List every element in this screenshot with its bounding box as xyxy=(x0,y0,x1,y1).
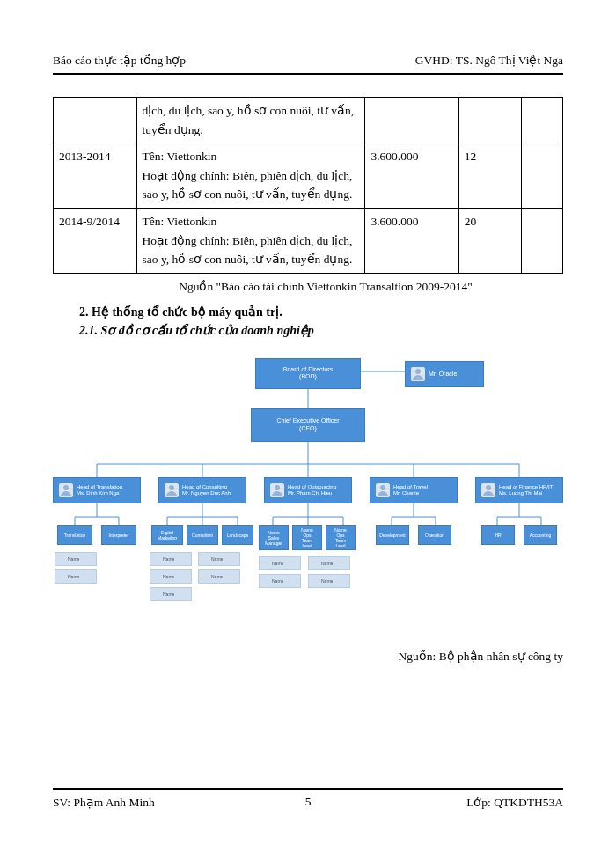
org-box-sub: Development xyxy=(376,525,409,545)
avatar-icon xyxy=(261,559,270,568)
avatar-icon xyxy=(152,590,161,599)
org-box-sub: Consultant xyxy=(187,525,218,545)
person-name: Name xyxy=(272,561,283,566)
person-group: Name Name xyxy=(259,556,301,588)
org-label: Mr. Oracle xyxy=(429,371,478,378)
org-box-head: Head of Consulting Mr. Nguyen Duc Anh xyxy=(158,477,246,503)
org-box-bod: Board of Directors (BOD) xyxy=(255,358,361,389)
cell xyxy=(521,208,562,273)
avatar-icon xyxy=(481,483,495,497)
person-name: Name xyxy=(163,556,174,562)
avatar-icon xyxy=(57,555,66,563)
cell: Tên: Viettonkin Hoạt động chính: Biên, p… xyxy=(136,208,365,273)
person-name: Name xyxy=(211,574,223,579)
cell xyxy=(521,98,562,143)
cell xyxy=(521,143,562,209)
org-box-sub: Interpreter xyxy=(101,525,136,545)
person-group: Name Name xyxy=(308,556,350,588)
org-box-sub: Landscape xyxy=(222,525,253,545)
cell: 12 xyxy=(458,143,521,209)
org-box-head: Head of Translation Ms. Dinh Kim Nga xyxy=(53,477,141,503)
org-box-sub: Name Sales Manager xyxy=(259,525,289,550)
header-left: Báo cáo thực tập tổng hợp xyxy=(53,53,186,68)
org-chart-source: Nguồn: Bộ phận nhân sự công ty xyxy=(53,649,563,664)
person-name: Name xyxy=(272,578,283,584)
person-name: Name xyxy=(321,578,333,584)
cell: 3.600.000 xyxy=(365,208,458,273)
org-box-sub: Digital Marketing xyxy=(151,525,183,545)
org-box-sub: Name Ops Team Lead xyxy=(326,525,356,550)
org-box-head: Head of Finance HR/IT Ms. Luong Thi Mai xyxy=(475,477,563,503)
avatar-icon xyxy=(311,577,319,585)
person-card: Name xyxy=(198,569,240,584)
org-box-sub: Operation xyxy=(418,525,451,545)
org-label: Head of Travel Mr. Charlie xyxy=(393,484,451,496)
cell: 2013-2014 xyxy=(54,143,137,209)
heading-level-2: 2. Hệ thống tổ chức bộ máy quản trị. xyxy=(79,305,563,320)
org-chart: Board of Directors (BOD) Mr. Oracle Chie… xyxy=(53,354,563,636)
person-group: Name Name xyxy=(198,552,240,584)
org-label: Head of Outsourcing Mr. Pham Chi Hieu xyxy=(288,484,346,496)
footer-right: Lớp: QTKDTH53A xyxy=(466,795,563,810)
person-group: Name Name xyxy=(55,552,97,584)
avatar-icon xyxy=(376,483,390,497)
cell: 20 xyxy=(458,208,521,273)
avatar-icon xyxy=(57,572,66,581)
person-card: Name xyxy=(150,587,192,601)
footer-left: SV: Phạm Anh Minh xyxy=(53,795,155,810)
cell: 2014-9/2014 xyxy=(54,208,137,273)
avatar-icon xyxy=(311,559,319,568)
cell xyxy=(458,98,521,143)
org-label: Head of Translation Ms. Dinh Kim Nga xyxy=(77,484,135,496)
person-name: Name xyxy=(68,574,79,579)
org-label: Head of Consulting Mr. Nguyen Duc Anh xyxy=(182,484,240,496)
person-card: Name xyxy=(308,556,350,570)
person-name: Name xyxy=(211,556,223,562)
table-row: dịch, du lịch, sao y, hồ sơ con nuôi, tư… xyxy=(54,98,563,143)
person-card: Name xyxy=(150,569,192,584)
org-box-sub: Accounting xyxy=(524,525,557,545)
header-right: GVHD: TS. Ngô Thị Việt Nga xyxy=(415,53,563,68)
cell: Tên: Viettonkin Hoạt động chính: Biên, p… xyxy=(136,143,365,209)
person-name: Name xyxy=(68,556,79,562)
table-source: Nguồn "Báo cáo tài chính Viettonkin Tran… xyxy=(53,279,563,294)
table-row: 2013-2014 Tên: Viettonkin Hoạt động chín… xyxy=(54,143,563,209)
person-card: Name xyxy=(308,574,350,588)
table-row: 2014-9/2014 Tên: Viettonkin Hoạt động ch… xyxy=(54,208,563,273)
person-card: Name xyxy=(198,552,240,566)
heading-level-3: 2.1. Sơ đồ cơ cấu tổ chức của doanh nghi… xyxy=(79,323,563,338)
person-name: Name xyxy=(163,592,174,597)
person-name: Name xyxy=(163,574,174,579)
page-number: 5 xyxy=(305,795,312,809)
person-group: Name Name Name xyxy=(150,552,192,601)
org-box-ceo: Chief Executive Officer (CEO) xyxy=(251,408,365,442)
avatar-icon xyxy=(152,572,161,581)
person-card: Name xyxy=(55,569,97,584)
cell: 3.600.000 xyxy=(365,143,458,209)
person-card: Name xyxy=(55,552,97,566)
avatar-icon xyxy=(411,367,425,381)
avatar-icon xyxy=(59,483,73,497)
cell xyxy=(365,98,458,143)
org-box-head: Head of Outsourcing Mr. Pham Chi Hieu xyxy=(264,477,352,503)
cell xyxy=(54,98,137,143)
avatar-icon xyxy=(201,555,209,563)
person-card: Name xyxy=(259,574,301,588)
org-label: Head of Finance HR/IT Ms. Luong Thi Mai xyxy=(499,484,557,496)
person-card: Name xyxy=(150,552,192,566)
cell: dịch, du lịch, sao y, hồ sơ con nuôi, tư… xyxy=(136,98,365,143)
org-box-head: Head of Travel Mr. Charlie xyxy=(370,477,458,503)
org-box-sub: HR xyxy=(481,525,515,545)
avatar-icon xyxy=(270,483,284,497)
org-box-oracle: Mr. Oracle xyxy=(405,361,484,387)
org-box-sub: Translation xyxy=(57,525,92,545)
avatar-icon xyxy=(201,572,209,581)
page-footer: SV: Phạm Anh Minh 5 Lớp: QTKDTH53A xyxy=(53,788,563,810)
org-box-sub: Name Ops Team Lead xyxy=(292,525,322,550)
avatar-icon xyxy=(165,483,179,497)
person-name: Name xyxy=(321,561,333,566)
avatar-icon xyxy=(152,555,161,563)
page-header: Báo cáo thực tập tổng hợp GVHD: TS. Ngô … xyxy=(53,53,563,75)
summary-table: dịch, du lịch, sao y, hồ sơ con nuôi, tư… xyxy=(53,97,563,274)
person-card: Name xyxy=(259,556,301,570)
